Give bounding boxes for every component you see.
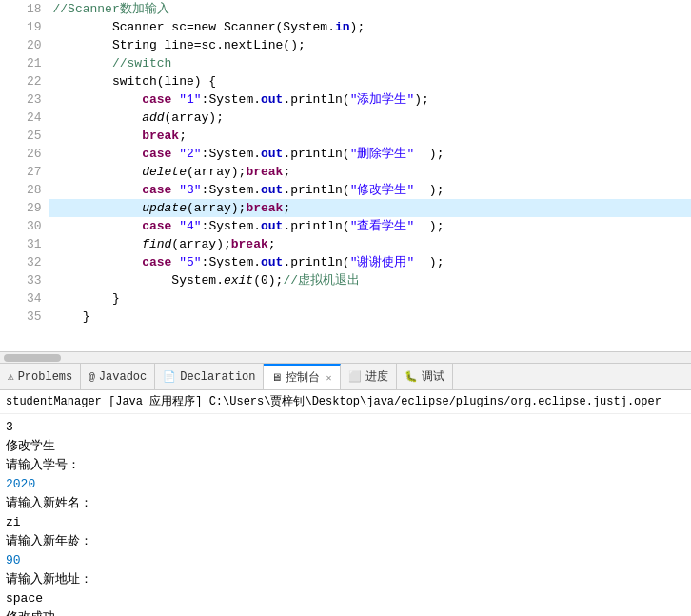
normal-token: .println( (283, 147, 349, 161)
line-number: 29 (0, 199, 49, 217)
keyword-token: break (246, 201, 283, 215)
normal-token: ; (283, 165, 290, 179)
normal-token (53, 147, 143, 161)
tab-label-debug: 调试 (422, 368, 444, 385)
string-token: "修改学生" (350, 183, 415, 197)
console-line: 请输入学号： (6, 456, 685, 475)
out-token: out (261, 183, 283, 197)
console-area: 3修改学生请输入学号：2020请输入新姓名：zi请输入新年龄：90请输入新地址：… (0, 414, 691, 616)
normal-token (171, 219, 179, 233)
console-line: 请输入新地址： (6, 570, 685, 589)
code-line: case "3":System.out.println("修改学生" ); (49, 181, 691, 199)
normal-token: ; (179, 129, 187, 143)
string-token: "谢谢使用" (350, 255, 415, 269)
tab-label-declaration: Declaration (180, 370, 255, 384)
normal-token: ); (414, 219, 444, 233)
code-line: //Scanner数加输入 (49, 0, 691, 18)
declaration-icon: 📄 (163, 370, 176, 383)
normal-token (53, 255, 143, 269)
method-token: add (53, 110, 165, 125)
debug-icon: 🐛 (405, 370, 418, 383)
progress-icon: ⬜ (348, 370, 362, 383)
code-line: case "1":System.out.println("添加学生"); (49, 90, 691, 109)
code-line: Scanner sc=new Scanner(System.in); (49, 18, 691, 36)
console-line: 90 (6, 551, 685, 570)
normal-token: System. (53, 273, 224, 288)
code-line: find(array);break; (49, 235, 691, 253)
code-line: String line=sc.nextLine(); (49, 36, 691, 54)
normal-token: switch(line) { (53, 74, 217, 89)
line-number: 34 (0, 289, 49, 308)
keyword-token: case (142, 92, 171, 107)
normal-token (53, 92, 143, 107)
code-line: update(array);break; (49, 199, 691, 217)
keyword-token: break (246, 165, 283, 179)
normal-token: ); (414, 255, 444, 269)
line-number: 27 (0, 163, 49, 181)
normal-token: (array); (171, 237, 230, 251)
normal-token (53, 219, 143, 233)
method-token: exit (224, 273, 253, 288)
normal-token: (array); (165, 110, 224, 125)
string-token: "添加学生" (350, 92, 415, 107)
normal-token: String line=sc.nextLine(); (53, 38, 306, 52)
line-number: 22 (0, 72, 49, 90)
javadoc-icon: @ (89, 371, 95, 383)
out-token: out (261, 147, 283, 161)
code-line: switch(line) { (49, 72, 691, 90)
tab-label-console: 控制台 (286, 369, 320, 386)
console-icon: 🖥 (271, 371, 282, 384)
normal-token: ); (414, 92, 429, 107)
normal-token: .println( (283, 92, 349, 107)
console-line: 修改学生 (6, 437, 685, 456)
normal-token: (0); (253, 273, 283, 288)
keyword-token: case (142, 183, 171, 197)
normal-token: .println( (283, 219, 349, 233)
string-token: "5" (179, 255, 201, 269)
line-number: 33 (0, 271, 49, 289)
tab-progress[interactable]: ⬜进度 (341, 364, 397, 389)
comment-token: //虚拟机退出 (283, 273, 360, 288)
line-number: 20 (0, 36, 49, 54)
line-number: 25 (0, 127, 49, 145)
tab-console[interactable]: 🖥控制台✕ (264, 364, 340, 389)
tab-close-console[interactable]: ✕ (326, 372, 331, 384)
editor-scrollbar[interactable] (0, 352, 691, 364)
line-number: 31 (0, 235, 49, 253)
normal-token: ; (268, 237, 276, 251)
line-number: 21 (0, 54, 49, 72)
comment-token: //Scanner数加输入 (53, 2, 169, 16)
out-token: out (261, 92, 283, 107)
method-token: find (53, 237, 172, 251)
out-token: in (335, 20, 350, 34)
tab-javadoc[interactable]: @Javadoc (81, 364, 155, 389)
code-line: case "4":System.out.println("查看学生" ); (49, 217, 691, 235)
console-line: 请输入新年龄： (6, 532, 685, 551)
line-number: 30 (0, 217, 49, 235)
console-line: 修改成功 (6, 608, 685, 616)
code-line: //switch (49, 54, 691, 72)
string-token: "查看学生" (350, 219, 415, 233)
code-line: delete(array);break; (49, 163, 691, 181)
string-token: "2" (179, 147, 201, 161)
console-line: 请输入新姓名： (6, 494, 685, 513)
normal-token: } (53, 309, 90, 324)
tab-problems[interactable]: ⚠Problems (0, 364, 81, 389)
tab-label-javadoc: Javadoc (99, 370, 147, 384)
line-number: 23 (0, 90, 49, 109)
code-line: System.exit(0);//虚拟机退出 (49, 271, 691, 289)
keyword-token: break (231, 237, 268, 251)
editor-area: 18//Scanner数加输入19 Scanner sc=new Scanner… (0, 0, 691, 352)
keyword-token: case (142, 219, 171, 233)
normal-token: } (53, 291, 120, 306)
normal-token: ); (414, 183, 444, 197)
code-line: } (49, 308, 691, 326)
line-number: 32 (0, 253, 49, 271)
normal-token: ; (283, 201, 290, 215)
normal-token: :System. (202, 219, 261, 233)
string-token: "1" (179, 92, 201, 107)
code-line: case "2":System.out.println("删除学生" ); (49, 145, 691, 163)
tab-debug[interactable]: 🐛调试 (397, 364, 453, 389)
tab-declaration[interactable]: 📄Declaration (155, 364, 264, 389)
line-number: 19 (0, 18, 49, 36)
